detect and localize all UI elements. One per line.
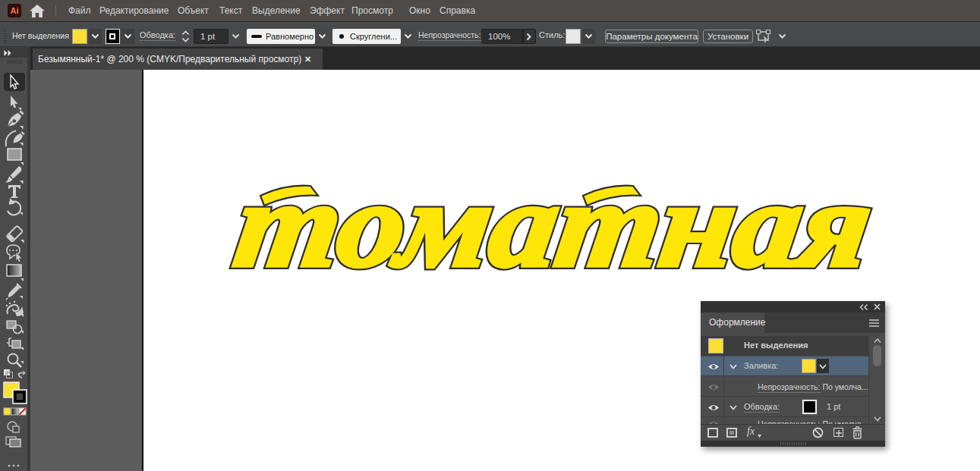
svg-text:томатная: томатная	[228, 158, 880, 292]
